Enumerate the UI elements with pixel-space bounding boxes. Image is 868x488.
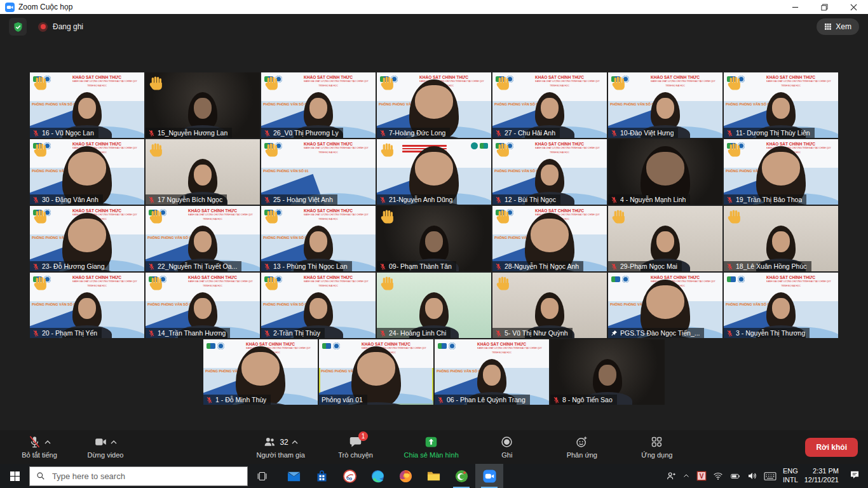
- accreditation-logo: [727, 276, 736, 282]
- slide-subtitle: ĐÁNH GIÁ CHẤT LƯỢNG CHƯƠNG TRÌNH ĐÀO TẠO…: [766, 280, 815, 283]
- participant-tile[interactable]: 29-Phạm Ngọc Mai: [608, 206, 722, 271]
- participant-nameplate: 30 - Đặng Vân Anh: [30, 194, 103, 205]
- leave-button[interactable]: Rời khỏi: [805, 438, 858, 457]
- unikey-icon[interactable]: V: [696, 471, 707, 481]
- participant-nameplate: 3 - Nguyễn Thị Thương: [724, 328, 810, 338]
- mail-app-icon[interactable]: [280, 464, 308, 488]
- participant-tile[interactable]: KHẢO SÁT CHÍNH THỨC ĐÁNH GIÁ CHẤT LƯỢNG …: [203, 339, 318, 405]
- mic-muted-icon: [32, 130, 39, 137]
- participant-name: 2-Trần Thị Thùy: [273, 329, 320, 337]
- participant-tile[interactable]: 17 Nguyễn Bích Ngọc: [146, 139, 260, 205]
- stop-video-button[interactable]: Dừng video: [72, 430, 139, 464]
- participant-name: 15_Nguyễn Hương Lan: [158, 129, 227, 137]
- raised-hand-icon: [32, 142, 49, 158]
- participant-tile[interactable]: KHẢO SÁT CHÍNH THỨC ĐÁNH GIÁ CHẤT LƯỢNG …: [435, 339, 549, 405]
- battery-icon[interactable]: [729, 471, 741, 481]
- participant-video: [72, 292, 102, 330]
- participant-tile[interactable]: KHẢO SÁT CHÍNH THỨC ĐÁNH GIÁ CHẤT LƯỢNG …: [30, 72, 144, 138]
- participant-video: [535, 292, 564, 330]
- windows-taskbar: V ENG INTL 2:31 PM 12/11/2021: [0, 464, 868, 488]
- participant-tile[interactable]: 5- Vũ Thị Như Quỳnh: [492, 273, 607, 338]
- action-center-icon[interactable]: [845, 470, 864, 482]
- share-screen-label: Chia sẻ Màn hình: [404, 451, 459, 459]
- participant-tile[interactable]: 4 - Nguyễn Mạnh Linh: [608, 139, 722, 205]
- participant-tile[interactable]: KHẢO SÁT CHÍNH THỨC ĐÁNH GIÁ CHẤT LƯỢNG …: [724, 273, 838, 338]
- raised-hand-icon: [148, 275, 165, 292]
- explorer-app-icon[interactable]: [419, 464, 447, 488]
- capture-app-icon[interactable]: [336, 464, 363, 488]
- security-shield-icon[interactable]: [9, 18, 27, 36]
- reactions-button[interactable]: Phản ứng: [549, 430, 615, 464]
- participant-tile[interactable]: 15_Nguyễn Hương Lan: [146, 72, 260, 138]
- participant-tile[interactable]: KHẢO SÁT CHÍNH THỨC ĐÁNH GIÁ CHẤT LƯỢNG …: [261, 206, 376, 271]
- participant-name: PGS.TS Đào Ngọc Tiến_...: [620, 329, 700, 337]
- unmute-button[interactable]: Bỏ tắt tiếng: [6, 430, 72, 464]
- participant-tile[interactable]: KHẢO SÁT CHÍNH THỨC ĐÁNH GIÁ CHẤT LƯỢNG …: [608, 72, 722, 138]
- participant-name: 29-Phạm Ngọc Mai: [620, 262, 677, 270]
- record-button[interactable]: Ghi: [474, 430, 540, 464]
- volume-icon[interactable]: [747, 471, 757, 481]
- close-button[interactable]: [839, 0, 868, 14]
- chevron-up-icon[interactable]: [111, 440, 117, 444]
- participant-tile[interactable]: KHẢO SÁT CHÍNH THỨC ĐÁNH GIÁ CHẤT LƯỢNG …: [30, 273, 144, 338]
- taskbar-clock[interactable]: 2:31 PM 12/11/2021: [804, 467, 839, 485]
- participant-tile[interactable]: 18_Lê Xuân Hồng Phúc: [724, 206, 838, 271]
- video-stage: KHẢO SÁT CHÍNH THỨC ĐÁNH GIÁ CHẤT LƯỢNG …: [0, 39, 868, 405]
- zoom-app-icon[interactable]: [475, 464, 503, 488]
- participant-tile[interactable]: KHẢO SÁT CHÍNH THỨC ĐÁNH GIÁ CHẤT LƯỢNG …: [724, 139, 838, 205]
- chevron-up-icon[interactable]: [44, 440, 51, 444]
- wifi-icon[interactable]: [713, 471, 723, 481]
- task-view-icon[interactable]: [248, 464, 276, 488]
- mic-muted-icon: [553, 396, 560, 403]
- participant-tile[interactable]: KHẢO SÁT CHÍNH THỨC ĐÁNH GIÁ CHẤT LƯỢNG …: [377, 72, 491, 138]
- people-icon[interactable]: [666, 471, 676, 481]
- taskbar-search[interactable]: [29, 466, 248, 486]
- participant-tile[interactable]: KHẢO SÁT CHÍNH THỨC ĐÁNH GIÁ CHẤT LƯỢNG …: [261, 273, 376, 338]
- share-screen-button[interactable]: Chia sẻ Màn hình: [398, 430, 465, 464]
- participant-nameplate: 23- Đỗ Hương Giang: [30, 261, 109, 271]
- participant-tile[interactable]: 24- Hoàng Linh Chi: [377, 273, 491, 338]
- participant-tile[interactable]: 09- Phạm Thành Tân: [377, 206, 491, 271]
- coccoc-app-icon[interactable]: [447, 464, 475, 488]
- start-button[interactable]: [0, 464, 29, 488]
- participant-tile[interactable]: KHẢO SÁT CHÍNH THỨC ĐÁNH GIÁ CHẤT LƯỢNG …: [492, 139, 607, 205]
- participant-tile[interactable]: 8 - Ngô Tiến Sao: [550, 339, 665, 405]
- search-input[interactable]: [51, 471, 241, 482]
- minimize-button[interactable]: [780, 0, 810, 14]
- view-button[interactable]: Xem: [817, 18, 859, 35]
- recording-indicator[interactable]: Đang ghi: [38, 22, 83, 32]
- edge-app-icon[interactable]: [363, 464, 391, 488]
- participant-name: 20 - Phạm Thị Yến: [42, 329, 97, 337]
- firefox-app-icon[interactable]: [391, 464, 419, 488]
- chat-button[interactable]: 1 Trò chuyện: [323, 430, 389, 464]
- participant-tile[interactable]: KHẢO SÁT CHÍNH THỨC ĐÁNH GIÁ CHẤT LƯỢNG …: [492, 72, 607, 138]
- participant-tile[interactable]: KHẢO SÁT CHÍNH THỨC ĐÁNH GIÁ CHẤT LƯỢNG …: [146, 273, 260, 338]
- participant-tile[interactable]: KHẢO SÁT CHÍNH THỨC ĐÁNH GIÁ CHẤT LƯỢNG …: [608, 273, 722, 338]
- participant-tile[interactable]: KHẢO SÁT CHÍNH THỨC ĐÁNH GIÁ CHẤT LƯỢNG …: [30, 139, 144, 205]
- participant-tile[interactable]: KHẢO SÁT CHÍNH THỨC ĐÁNH GIÁ CHẤT LƯỢNG …: [724, 72, 838, 138]
- apps-button[interactable]: Ứng dụng: [624, 430, 690, 464]
- participant-video: [188, 226, 217, 264]
- participant-tile[interactable]: KHẢO SÁT CHÍNH THỨC ĐÁNH GIÁ CHẤT LƯỢNG …: [261, 72, 376, 138]
- participant-tile[interactable]: KHẢO SÁT CHÍNH THỨC ĐÁNH GIÁ CHẤT LƯỢNG …: [261, 139, 376, 205]
- raised-hand-icon: [264, 208, 280, 225]
- zoom-meeting-window: Zoom Cuộc họp Đang ghi Xem: [0, 0, 868, 488]
- participant-tile[interactable]: KHẢO SÁT CHÍNH THỨC ĐÁNH GIÁ CHẤT LƯỢNG …: [492, 206, 607, 271]
- participants-button[interactable]: 32 Người tham gia: [248, 430, 314, 464]
- chevron-up-icon[interactable]: [682, 472, 690, 480]
- record-icon: [500, 435, 513, 449]
- restore-button[interactable]: [810, 0, 839, 14]
- participant-tile[interactable]: KHẢO SÁT CHÍNH THỨC ĐÁNH GIÁ CHẤT LƯỢNG …: [319, 339, 433, 405]
- chevron-up-icon[interactable]: [292, 440, 298, 444]
- language-indicator[interactable]: ENG INTL: [783, 467, 798, 485]
- participant-name: 18_Lê Xuân Hồng Phúc: [736, 262, 807, 270]
- participant-tile[interactable]: 21-Nguyễn Anh Dũng: [377, 139, 491, 205]
- participant-tile[interactable]: KHẢO SÁT CHÍNH THỨC ĐÁNH GIÁ CHẤT LƯỢNG …: [146, 206, 260, 271]
- participant-nameplate: 1 - Đỗ Minh Thùy: [203, 395, 271, 405]
- slide-room-label: PHÒNG PHỎNG VẤN SỐ 01: [263, 102, 309, 105]
- mic-muted-icon: [148, 130, 155, 137]
- participant-tile[interactable]: KHẢO SÁT CHÍNH THỨC ĐÁNH GIÁ CHẤT LƯỢNG …: [30, 206, 144, 271]
- accreditation-logo: [322, 343, 331, 349]
- keyboard-icon[interactable]: [764, 471, 776, 481]
- store-app-icon[interactable]: [308, 464, 336, 488]
